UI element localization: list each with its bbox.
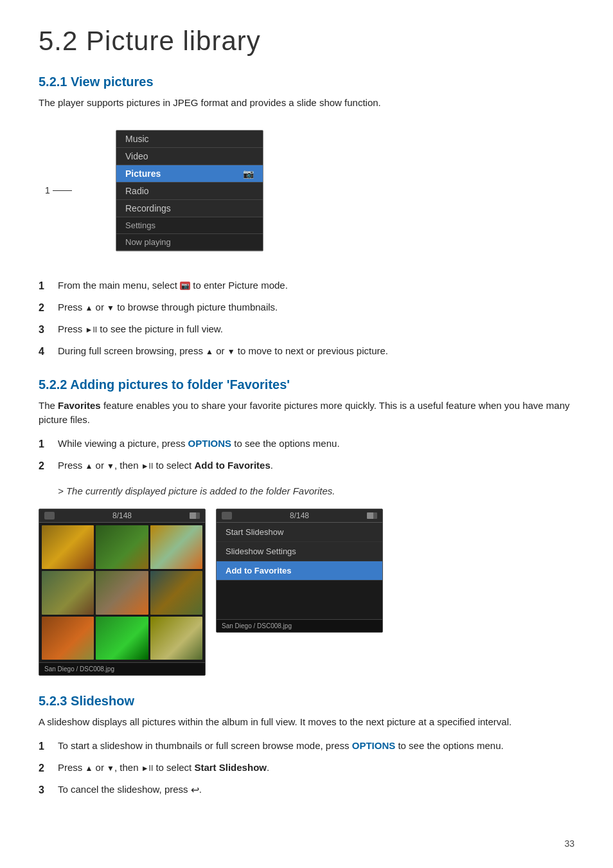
menu-recordings: Recordings: [116, 200, 263, 217]
step-521-2: 2 Press or to browse through picture thu…: [39, 300, 574, 316]
battery-icon-right: [367, 512, 377, 519]
screen-left-counter: 8/148: [112, 511, 132, 520]
menu-nowplaying: Now playing: [116, 234, 263, 251]
camera-icon-left: [44, 512, 55, 520]
menu-pictures: Pictures 📷: [116, 165, 263, 183]
menu-screenshot: Music Video Pictures 📷 Radio Recordings …: [116, 130, 263, 251]
step-522-2: 2 Press or , then to select Add to Favor…: [39, 458, 574, 474]
step-521-3: 3 Press to see the picture in full view.: [39, 322, 574, 338]
screen-right: 8/148 Start Slideshow Slideshow Settings…: [216, 509, 383, 633]
screen-right-counter: 8/148: [290, 511, 309, 520]
camera-icon-right: [222, 512, 232, 520]
menu-radio: Radio: [116, 183, 263, 200]
steps-521: 1 From the main menu, select 📷 to enter …: [39, 278, 574, 359]
menu-video: Video: [116, 148, 263, 165]
step-523-3: 3 To cancel the slideshow, press ↩.: [39, 782, 574, 798]
screen-right-header: 8/148: [217, 509, 382, 523]
menu-slideshow-settings: Slideshow Settings: [217, 542, 382, 561]
thumb-6: [150, 571, 202, 615]
step-521-1: 1 From the main menu, select 📷 to enter …: [39, 278, 574, 294]
thumb-7: [42, 617, 94, 660]
thumb-9: [150, 617, 202, 660]
screen-left-footer: San Diego / DSC008.jpg: [39, 662, 205, 675]
screen-right-footer: San Diego / DSC008.jpg: [217, 619, 382, 632]
section-523-title: 5.2.3 Slideshow: [39, 694, 574, 709]
options-menu: Start Slideshow Slideshow Settings Add t…: [217, 523, 382, 581]
step-523-2: 2 Press or , then to select Start Slides…: [39, 761, 574, 776]
thumb-8: [96, 617, 148, 660]
menu-settings: Settings: [116, 217, 263, 234]
section-521-intro: The player supports pictures in JPEG for…: [39, 96, 574, 111]
step-523-1: 1 To start a slideshow in thumbnails or …: [39, 739, 574, 754]
sub-note-522: The currently displayed picture is added…: [58, 484, 574, 499]
section-522-title: 5.2.2 Adding pictures to folder 'Favorit…: [39, 377, 574, 392]
thumb-4: [42, 571, 94, 615]
page-title: 5.2 Picture library: [39, 26, 574, 57]
menu-music: Music: [116, 131, 263, 148]
thumb-5: [96, 571, 148, 615]
menu-add-to-favorites: Add to Favorites: [217, 561, 382, 581]
thumb-3: [150, 525, 202, 569]
thumb-2: [96, 525, 148, 569]
battery-icon-left: [190, 512, 200, 519]
section-522-intro: The Favorites feature enables you to sha…: [39, 399, 574, 428]
screenshots-row: 8/148 San Diego / DSC008.jpg 8/148 Start…: [39, 509, 574, 676]
section-523-intro: A slideshow displays all pictures within…: [39, 715, 574, 730]
screen-left: 8/148 San Diego / DSC008.jpg: [39, 509, 206, 676]
label-1-indicator: 1: [45, 185, 72, 195]
back-icon: ↩: [191, 782, 199, 798]
step-521-4: 4 During full screen browsing, press or …: [39, 344, 574, 359]
menu-start-slideshow: Start Slideshow: [217, 523, 382, 542]
steps-523: 1 To start a slideshow in thumbnails or …: [39, 739, 574, 798]
thumb-1: [42, 525, 94, 569]
thumb-grid: [39, 523, 205, 662]
sub-note-text: The currently displayed picture is added…: [58, 484, 574, 499]
step-522-1: 1 While viewing a picture, press OPTIONS…: [39, 437, 574, 452]
section-521-title: 5.2.1 View pictures: [39, 75, 574, 89]
screen-left-header: 8/148: [39, 509, 205, 523]
page-number: 33: [564, 838, 574, 849]
steps-522-before: 1 While viewing a picture, press OPTIONS…: [39, 437, 574, 474]
